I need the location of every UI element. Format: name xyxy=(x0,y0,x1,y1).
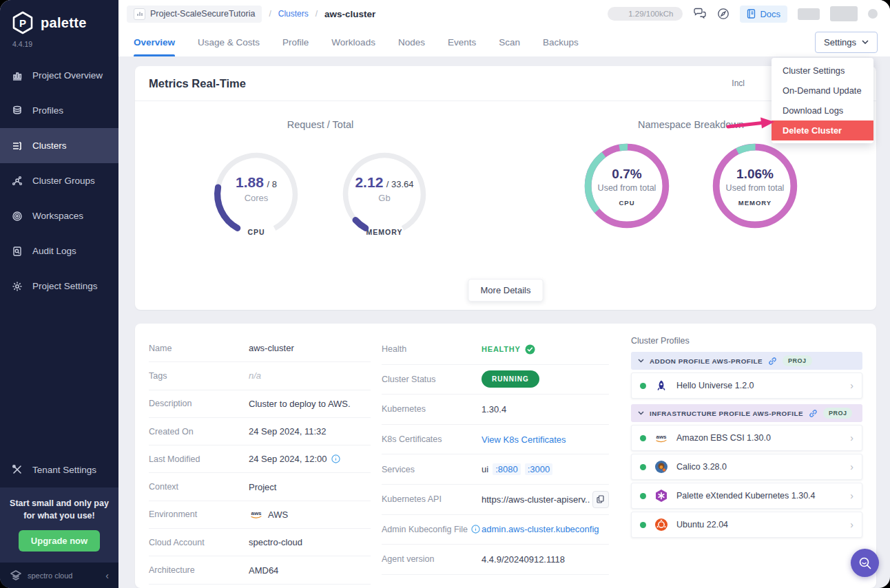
rocket-icon xyxy=(654,378,669,393)
layers-icon xyxy=(11,105,23,116)
kubeconfig-download-link[interactable]: admin.aws-cluster.kubeconfig xyxy=(482,524,599,534)
profile-pack-ubuntu[interactable]: Ubuntu 22.04 › xyxy=(631,512,862,538)
cpu-gauge-unit: Cores xyxy=(245,193,269,203)
scope-badge: PROJ xyxy=(783,355,812,366)
chevron-down-icon xyxy=(862,40,869,44)
status-row-kubernetes: Kubernetes 1.30.4 xyxy=(382,395,609,425)
memory-gauge-value: 2.12 / 33.64 xyxy=(355,174,413,191)
sidebar-item-audit-logs[interactable]: Audit Logs xyxy=(0,233,118,269)
metrics-title: Metrics Real-Time xyxy=(149,77,246,90)
profile-pack-amazon-ebs-csi[interactable]: aws Amazon EBS CSI 1.30.0 › xyxy=(631,425,862,451)
redacted-block xyxy=(798,8,820,20)
settings-dropdown-menu: Cluster Settings On-Demand Update Downlo… xyxy=(772,58,873,143)
status-row-kubeconfig: Admin Kubeconfig File admin.aws-cluster.… xyxy=(382,515,609,545)
tab-scan[interactable]: Scan xyxy=(499,28,520,56)
tab-usage-costs[interactable]: Usage & Costs xyxy=(198,28,260,56)
addon-profile-group-header[interactable]: ADDON PROFILE AWS-PROFILE PROJ xyxy=(631,352,862,370)
detail-row-last-modified: Last Modified 24 Sep 2024, 12:00 xyxy=(149,445,371,473)
sidebar-item-cluster-groups[interactable]: Cluster Groups xyxy=(0,163,118,198)
detail-row-environment: Environment aws AWS xyxy=(149,501,371,529)
namespace-title: Namespace Breakdown xyxy=(638,119,744,130)
tab-profile[interactable]: Profile xyxy=(282,28,309,56)
sidebar: P palette 4.4.19 Project Overview Profil… xyxy=(0,0,118,588)
footer-brand: spectro cloud xyxy=(28,571,100,580)
infrastructure-profile-group-header[interactable]: INFRASTRUCTURE PROFILE AWS-PROFILE PROJ xyxy=(631,404,862,422)
settings-dropdown-button[interactable]: Settings xyxy=(815,32,878,53)
cpu-donut-caption: Used from total xyxy=(598,183,656,193)
sidebar-item-workspaces[interactable]: Workspaces xyxy=(0,198,118,233)
status-row-cluster-status: Cluster Status RUNNING xyxy=(382,365,609,395)
topbar: Project-ScaleSecureTutoria / Clusters / … xyxy=(118,0,890,28)
collapse-sidebar-icon[interactable]: ‹ xyxy=(105,570,109,581)
promo-text: Start small and only pay for what you us… xyxy=(10,497,109,522)
app-version: 4.4.19 xyxy=(0,36,118,58)
view-certificates-link[interactable]: View K8s Certificates xyxy=(482,434,566,445)
service-port-link[interactable]: :8080 xyxy=(493,463,521,475)
cluster-list-icon xyxy=(11,140,23,151)
docs-button[interactable]: Docs xyxy=(740,6,787,23)
service-port-link[interactable]: :3000 xyxy=(525,463,553,475)
chevron-down-icon xyxy=(638,359,644,363)
chevron-down-icon xyxy=(638,411,644,415)
link-icon xyxy=(809,409,818,418)
sidebar-item-label: Project Overview xyxy=(32,70,103,81)
network-icon xyxy=(11,176,23,187)
cpu-donut-label: CPU xyxy=(619,199,634,207)
copy-icon[interactable] xyxy=(592,491,609,508)
breadcrumb-separator: / xyxy=(269,9,271,19)
sidebar-item-label: Clusters xyxy=(32,140,67,151)
compass-icon[interactable] xyxy=(717,8,729,20)
details-column: Name aws-cluster Tags n/a Description Cl… xyxy=(149,335,371,577)
detail-row-cloud-account: Cloud Account spectro-cloud xyxy=(149,529,371,556)
more-details-button[interactable]: More Details xyxy=(468,279,544,302)
api-endpoint: https://aws-cluster-apiserv... xyxy=(482,494,590,505)
chevron-right-icon: › xyxy=(850,380,853,391)
upgrade-promo: Start small and only pay for what you us… xyxy=(0,487,118,563)
upgrade-now-button[interactable]: Upgrade now xyxy=(19,530,100,552)
info-icon[interactable] xyxy=(331,454,340,463)
status-row-health: Health HEALTHY xyxy=(382,335,609,365)
service-name: ui xyxy=(482,464,488,474)
menu-item-delete-cluster[interactable]: Delete Cluster xyxy=(772,120,873,140)
sidebar-item-project-settings[interactable]: Project Settings xyxy=(0,269,118,304)
status-column: Health HEALTHY Cluster Status RUNNING xyxy=(382,335,609,577)
tab-workloads[interactable]: Workloads xyxy=(331,28,375,56)
calico-logo-icon xyxy=(654,459,669,474)
detail-row-created-on: Created On 24 Sep 2024, 11:32 xyxy=(149,418,371,445)
chevron-right-icon: › xyxy=(850,432,853,443)
menu-item-download-logs[interactable]: Download Logs xyxy=(772,101,873,120)
metrics-realtime-card: Metrics Real-Time Incl Request / Total xyxy=(135,66,876,310)
info-icon[interactable] xyxy=(471,525,480,534)
sidebar-item-project-overview[interactable]: Project Overview xyxy=(0,58,118,93)
gear-icon xyxy=(11,281,23,292)
tab-nodes[interactable]: Nodes xyxy=(398,28,425,56)
menu-item-cluster-settings[interactable]: Cluster Settings xyxy=(772,61,873,81)
cluster-profiles-column: Cluster Profiles ADDON PROFILE AWS-PROFI… xyxy=(631,335,862,577)
tab-overview[interactable]: Overview xyxy=(134,28,175,56)
cluster-profiles-title: Cluster Profiles xyxy=(631,336,862,346)
profile-pack-palette-extended-kubernetes[interactable]: Palette eXtended Kubernetes 1.30.4 › xyxy=(631,483,862,509)
redacted-block xyxy=(830,6,858,21)
tab-backups[interactable]: Backups xyxy=(543,28,579,56)
workspaces-icon xyxy=(11,211,23,222)
menu-item-on-demand-update[interactable]: On-Demand Update xyxy=(772,81,873,101)
memory-donut-caption: Used from total xyxy=(726,183,785,193)
chat-icon[interactable] xyxy=(693,8,707,20)
search-fab-button[interactable] xyxy=(851,549,879,577)
cpu-gauge: 1.88 / 8 Cores CPU xyxy=(211,149,301,236)
sidebar-item-tenant-settings[interactable]: Tenant Settings xyxy=(0,452,118,487)
tab-events[interactable]: Events xyxy=(448,28,476,56)
profile-pack-calico[interactable]: Calico 3.28.0 › xyxy=(631,454,862,480)
project-chart-icon xyxy=(134,8,145,20)
memory-donut-label: MEMORY xyxy=(738,199,772,207)
request-total-title: Request / Total xyxy=(287,119,353,130)
memory-gauge: 2.12 / 33.64 Gb MEMORY xyxy=(340,149,429,236)
project-name: Project-ScaleSecureTutoria xyxy=(150,9,255,19)
profile-pack-hello-universe[interactable]: Hello Universe 1.2.0 › xyxy=(631,372,862,399)
breadcrumb-clusters-link[interactable]: Clusters xyxy=(278,9,309,19)
app-window: P palette 4.4.19 Project Overview Profil… xyxy=(0,0,890,588)
sidebar-item-clusters[interactable]: Clusters xyxy=(0,128,118,163)
sidebar-item-profiles[interactable]: Profiles xyxy=(0,93,118,128)
ubuntu-logo-icon xyxy=(654,517,669,532)
project-selector[interactable]: Project-ScaleSecureTutoria xyxy=(127,6,262,23)
